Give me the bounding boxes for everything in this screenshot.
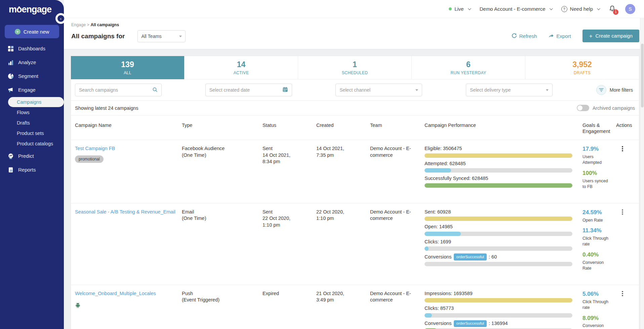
sidebar-item-label: Dashboards [18,46,45,51]
created-cell: 14 Oct 2021, 7:35 pm [316,145,358,158]
environment-selector[interactable]: Live [449,6,470,12]
channel-select[interactable]: Select channel [335,84,422,96]
more-filters-button[interactable]: More filters [596,85,635,95]
progress-bar-track [425,246,572,251]
sidebar-item-engage[interactable]: Engage [0,83,64,97]
type-cell: Email(One Time) [182,209,263,222]
search-input[interactable] [79,87,146,93]
sidebar-item-reports[interactable]: Reports [0,163,64,177]
metric-label: Open: 14985 [425,224,576,230]
kebab-menu-icon[interactable] [619,209,626,215]
team-cell: Demo Account - E-commerce [370,209,419,222]
progress-bar-fill [425,232,461,236]
tab-run-yesterday[interactable]: 6RUN YESTERDAY [412,56,525,79]
need-help-menu[interactable]: ? Need help [561,6,599,12]
sidebar-item-product-catalogs[interactable]: Product catalogs [0,139,64,149]
campaign-name-link[interactable]: Seasonal Sale - A/B Testing & Revenue_Em… [75,209,175,216]
environment-label: Live [454,6,464,12]
page-header: Engage > All campaigns All campaigns for… [64,18,644,49]
goal-label: Click Through rate [582,236,610,247]
team-cell: Demo Account - E-commerce [370,290,419,303]
progress-bar-track [425,168,572,173]
performance-cell: Sent: 60928Open: 14985Clicks: 1699Conver… [425,209,582,269]
sidebar-item-analyze[interactable]: Analyze [0,55,64,69]
moengage-logo: moengage [0,0,64,15]
actions-cell [616,145,635,151]
metric-text: Clicks: 1699 [425,239,451,245]
account-selector[interactable]: Demo Account - E-commerce [480,6,552,12]
conversion-goal-badge: orderSuccessful [454,253,487,261]
column-header-type: Type [182,122,263,128]
need-help-label: Need help [570,6,593,12]
team-filter-select[interactable]: All Teams [137,30,186,42]
search-campaigns-input[interactable] [75,84,162,96]
type-line: Push [182,290,256,297]
sidebar-item-label: Reports [18,167,36,173]
progress-bar-fill [425,183,572,188]
tab-label: ALL [124,70,131,75]
refresh-button[interactable]: Refresh [512,33,537,39]
sidebar-item-segment[interactable]: Segment [0,69,64,83]
metric-label: Clicks: 1699 [425,239,576,245]
column-header-campaign-name: Campaign Name [75,122,182,128]
breadcrumb-engage[interactable]: Engage [71,22,86,27]
tab-count: 1 [353,60,357,69]
refresh-icon [512,33,517,39]
sidebar-item-predict[interactable]: Predict [0,149,64,163]
kebab-menu-icon[interactable] [619,291,626,296]
chevron-down-icon [597,7,600,10]
delivery-type-select[interactable]: Select delivery type [466,84,553,96]
campaign-name-cell: Test Campaign FBpromotional [75,145,182,163]
sidebar-item-flows[interactable]: Flows [0,107,64,117]
performance-metric: Sent: 60928 [425,209,576,221]
live-status-dot [449,7,452,10]
sidebar-item-label: Analyze [18,59,36,65]
sidebar-item-dashboards[interactable]: Dashboards [0,42,64,55]
created-date-select[interactable]: Select created date [205,84,292,96]
campaign-name-cell: Welcome_Onboard_Multiple_Locales [75,290,182,310]
type-cell: Facebook Audience(One Time) [182,145,263,158]
tab-scheduled[interactable]: 1SCHEDULED [298,56,412,79]
type-line: (One Time) [182,152,256,159]
vertical-scrollbar[interactable] [640,18,644,329]
create-campaign-button[interactable]: + Create campaign [582,30,639,42]
goals-cell: 5.06%Click Through rate8.09%Conversion R… [582,290,616,329]
tab-active[interactable]: 14ACTIVE [185,56,298,79]
tab-all[interactable]: 139ALL [71,56,185,79]
column-header-team: Team [370,122,425,128]
campaign-name-link[interactable]: Welcome_Onboard_Multiple_Locales [75,290,156,297]
sidebar-collapse-button[interactable]: ‹ [57,15,65,22]
campaign-name-link[interactable]: Test Campaign FB [75,145,115,152]
goal-value: 24.59% [582,209,610,217]
sidebar-item-label: Predict [18,153,34,159]
kebab-menu-icon[interactable] [619,146,626,151]
listing-summary-row: Showing latest 24 campaigns Archived cam… [71,100,639,115]
status-text: Sent [263,145,298,152]
table-header: Campaign NameTypeStatusCreatedTeamCampai… [71,115,639,140]
performance-cell: Impressions: 1693589Clicks: 85773Convers… [425,290,582,329]
conversion-goal-badge: orderSuccessful [454,320,487,327]
goal-label: Click Through rate [582,299,610,311]
plus-icon: + [15,29,21,35]
tab-drafts[interactable]: 3,952DRAFTS [525,56,639,79]
segment-icon [7,73,14,79]
avatar[interactable]: S [625,4,635,14]
goal-metric: 5.06%Click Through rate [582,290,610,311]
campaigns-card: 139ALL14ACTIVE1SCHEDULED6RUN YESTERDAY3,… [71,56,639,329]
sidebar: moengage + Create new DashboardsAnalyzeS… [0,0,64,329]
chevron-down-icon [550,7,553,10]
metric-text: Successfully Synced: 628485 [425,175,488,182]
metric-text: Impressions: 1693589 [425,290,473,297]
sidebar-item-drafts[interactable]: Drafts [0,118,64,128]
sidebar-item-campaigns[interactable]: Campaigns [8,97,64,107]
notifications-button[interactable]: 1 [609,5,616,13]
chevron-down-icon [415,89,418,91]
archived-campaigns-toggle[interactable] [577,105,589,111]
showing-text: Showing latest 24 campaigns [75,105,138,111]
scrollbar-thumb[interactable] [641,44,644,107]
export-button[interactable]: Export [548,33,571,39]
progress-bar-track [425,217,572,221]
sidebar-item-product-sets[interactable]: Product sets [0,128,64,138]
create-new-button[interactable]: + Create new [5,25,59,38]
metric-label: Attempted: 628485 [425,160,576,167]
